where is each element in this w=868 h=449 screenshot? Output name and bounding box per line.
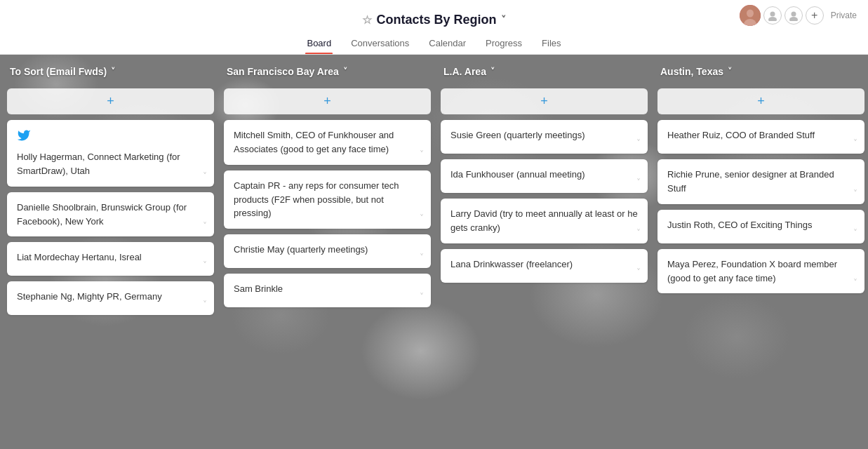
column-chevron-austin[interactable]: ˅	[728, 67, 732, 76]
card-chevron-christie: ˅	[420, 253, 424, 262]
card-chevron-maya: ˅	[853, 278, 857, 288]
svg-point-5	[791, 12, 796, 17]
header-right: + Private	[740, 5, 857, 26]
card-ida[interactable]: Ida Funkhouser (annual meeting) ˅	[441, 159, 648, 193]
column-sf-bay-area: San Francisco Bay Area ˅ + Mitchell Smit…	[224, 66, 431, 436]
column-title-austin: Austin, Texas	[660, 66, 723, 77]
column-chevron-to-sort[interactable]: ˅	[111, 67, 115, 76]
card-chevron-larry: ˅	[636, 228, 641, 238]
card-text-heather: Heather Ruiz, COO of Branded Stuff	[667, 130, 815, 140]
card-stephanie[interactable]: Stephanie Ng, Mighty PR, Germany ˅	[7, 281, 214, 315]
star-icon[interactable]: ☆	[362, 13, 372, 27]
card-text-larry: Larry David (try to meet annually at lea…	[450, 208, 638, 233]
card-mitchell[interactable]: Mitchell Smith, CEO of Funkhouser and As…	[224, 120, 431, 165]
card-chevron-danielle: ˅	[203, 221, 207, 231]
card-text-holly: Holly Hagerman, Connect Marketing (for S…	[17, 152, 180, 176]
column-to-sort: To Sort (Email Fwds) ˅ + Holly Hagerman,…	[7, 66, 214, 436]
card-susie[interactable]: Susie Green (quarterly meetings) ˅	[441, 120, 648, 154]
column-la-area: L.A. Area ˅ + Susie Green (quarterly mee…	[441, 66, 648, 436]
card-chevron-liat: ˅	[203, 260, 207, 270]
add-card-button-austin[interactable]: +	[657, 88, 864, 114]
card-text-ida: Ida Funkhouser (annual meeting)	[450, 169, 585, 180]
card-maya[interactable]: Maya Perez, Foundation X board member (g…	[657, 249, 864, 294]
card-danielle[interactable]: Danielle Shoolbrain, Brunswick Group (fo…	[7, 192, 214, 237]
card-text-lana: Lana Drinkwasser (freelancer)	[450, 259, 573, 269]
card-chevron-heather: ˅	[853, 138, 857, 148]
card-sam[interactable]: Sam Brinkle ˅	[224, 274, 431, 307]
card-heather[interactable]: Heather Ruiz, COO of Branded Stuff ˅	[657, 120, 864, 154]
card-text-susie: Susie Green (quarterly meetings)	[450, 130, 585, 140]
card-chevron-lana: ˅	[636, 267, 641, 277]
card-text-mitchell: Mitchell Smith, CEO of Funkhouser and As…	[234, 130, 394, 154]
column-chevron-sf[interactable]: ˅	[343, 67, 347, 76]
add-card-button-la[interactable]: +	[441, 88, 648, 114]
svg-point-3	[770, 12, 775, 17]
card-text-christie: Christie May (quarterly meetings)	[234, 244, 368, 255]
card-liat[interactable]: Liat Mordechay Hertanu, Isreal ˅	[7, 242, 214, 276]
svg-point-4	[768, 17, 777, 21]
card-text-justin: Justin Roth, CEO of Exciting Things	[667, 220, 812, 230]
twitter-icon	[17, 128, 204, 146]
card-chevron-sam: ˅	[420, 292, 424, 302]
member-avatar-1	[763, 6, 782, 25]
private-label: Private	[831, 11, 857, 20]
add-card-button-to-sort[interactable]: +	[7, 88, 214, 114]
tab-progress[interactable]: Progress	[484, 35, 523, 54]
column-header-austin: Austin, Texas ˅	[657, 66, 864, 83]
card-chevron-captain: ˅	[420, 213, 424, 223]
nav-tabs: Board Conversations Calendar Progress Fi…	[0, 31, 868, 55]
card-richie[interactable]: Richie Prune, senior designer at Branded…	[657, 159, 864, 204]
card-text-captain: Captain PR - any reps for consumer tech …	[234, 180, 399, 219]
card-captain[interactable]: Captain PR - any reps for consumer tech …	[224, 170, 431, 229]
project-title: ☆ Contacts By Region ˅	[362, 13, 505, 27]
board-area: To Sort (Email Fwds) ˅ + Holly Hagerman,…	[0, 55, 868, 448]
columns-wrapper: To Sort (Email Fwds) ˅ + Holly Hagerman,…	[7, 66, 868, 436]
card-chevron-justin: ˅	[853, 228, 857, 238]
card-text-stephanie: Stephanie Ng, Mighty PR, Germany	[17, 291, 162, 302]
column-title-sf: San Francisco Bay Area	[227, 66, 339, 77]
card-chevron-stephanie: ˅	[203, 300, 207, 309]
column-chevron-la[interactable]: ˅	[490, 67, 495, 76]
card-chevron-holly: ˅	[203, 171, 207, 181]
card-text-maya: Maya Perez, Foundation X board member (g…	[667, 259, 837, 283]
svg-point-6	[789, 17, 798, 21]
card-chevron-ida: ˅	[636, 177, 641, 187]
tab-board[interactable]: Board	[305, 35, 333, 54]
column-title-to-sort: To Sort (Email Fwds)	[10, 66, 107, 77]
card-text-sam: Sam Brinkle	[234, 283, 283, 294]
card-chevron-mitchell: ˅	[420, 149, 424, 159]
card-larry[interactable]: Larry David (try to meet annually at lea…	[441, 199, 648, 243]
avatar	[740, 5, 761, 26]
column-title-la: L.A. Area	[443, 66, 486, 77]
header: ☆ Contacts By Region ˅	[0, 0, 868, 55]
card-lana[interactable]: Lana Drinkwasser (freelancer) ˅	[441, 249, 648, 283]
tab-calendar[interactable]: Calendar	[427, 35, 467, 54]
add-card-button-sf[interactable]: +	[224, 88, 431, 114]
project-title-text: Contacts By Region	[376, 13, 496, 27]
column-austin: Austin, Texas ˅ + Heather Ruiz, COO of B…	[657, 66, 864, 436]
card-chevron-susie: ˅	[636, 138, 641, 148]
tab-files[interactable]: Files	[540, 35, 562, 54]
header-top: ☆ Contacts By Region ˅	[0, 0, 868, 31]
member-avatar-2	[784, 6, 803, 25]
card-text-richie: Richie Prune, senior designer at Branded…	[667, 169, 834, 194]
card-justin[interactable]: Justin Roth, CEO of Exciting Things ˅	[657, 210, 864, 243]
card-holly[interactable]: Holly Hagerman, Connect Marketing (for S…	[7, 120, 214, 187]
add-member-button[interactable]: +	[806, 6, 824, 25]
card-christie[interactable]: Christie May (quarterly meetings) ˅	[224, 234, 431, 268]
column-header-la: L.A. Area ˅	[441, 66, 648, 83]
column-header-sf: San Francisco Bay Area ˅	[224, 66, 431, 83]
svg-point-1	[747, 10, 754, 18]
card-text-danielle: Danielle Shoolbrain, Brunswick Group (fo…	[17, 202, 187, 227]
card-text-liat: Liat Mordechay Hertanu, Isreal	[17, 252, 142, 262]
tab-conversations[interactable]: Conversations	[349, 35, 410, 54]
title-chevron-icon[interactable]: ˅	[501, 14, 506, 25]
column-header-to-sort: To Sort (Email Fwds) ˅	[7, 66, 214, 83]
card-chevron-richie: ˅	[853, 189, 857, 199]
